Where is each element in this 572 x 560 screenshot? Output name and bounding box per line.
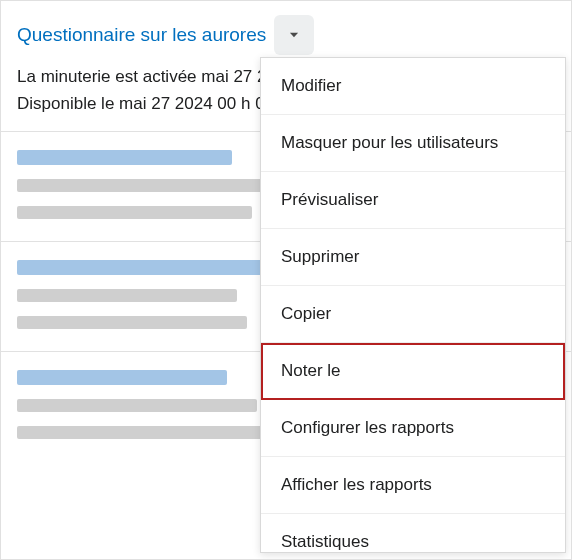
- blurred-text: [17, 399, 257, 412]
- blurred-text: [17, 426, 262, 439]
- menu-item-masquer[interactable]: Masquer pour les utilisateurs: [261, 115, 565, 172]
- blurred-title: [17, 370, 227, 385]
- menu-item-previsualiser[interactable]: Prévisualiser: [261, 172, 565, 229]
- menu-item-copier[interactable]: Copier: [261, 286, 565, 343]
- actions-dropdown-button[interactable]: [274, 15, 314, 55]
- menu-item-statistiques[interactable]: Statistiques: [261, 514, 565, 553]
- blurred-text: [17, 206, 252, 219]
- blurred-text: [17, 179, 262, 192]
- blurred-text: [17, 316, 247, 329]
- menu-item-supprimer[interactable]: Supprimer: [261, 229, 565, 286]
- actions-dropdown: Modifier Masquer pour les utilisateurs P…: [260, 57, 566, 553]
- menu-item-configurer-rapports[interactable]: Configurer les rapports: [261, 400, 565, 457]
- menu-item-modifier[interactable]: Modifier: [261, 58, 565, 115]
- blurred-title: [17, 260, 265, 275]
- quiz-title-link[interactable]: Questionnaire sur les aurores: [17, 24, 266, 46]
- header-row: Questionnaire sur les aurores: [17, 15, 555, 55]
- chevron-down-icon: [287, 28, 301, 42]
- menu-item-noter[interactable]: Noter le: [261, 343, 565, 400]
- blurred-text: [17, 289, 237, 302]
- menu-item-afficher-rapports[interactable]: Afficher les rapports: [261, 457, 565, 514]
- blurred-title: [17, 150, 232, 165]
